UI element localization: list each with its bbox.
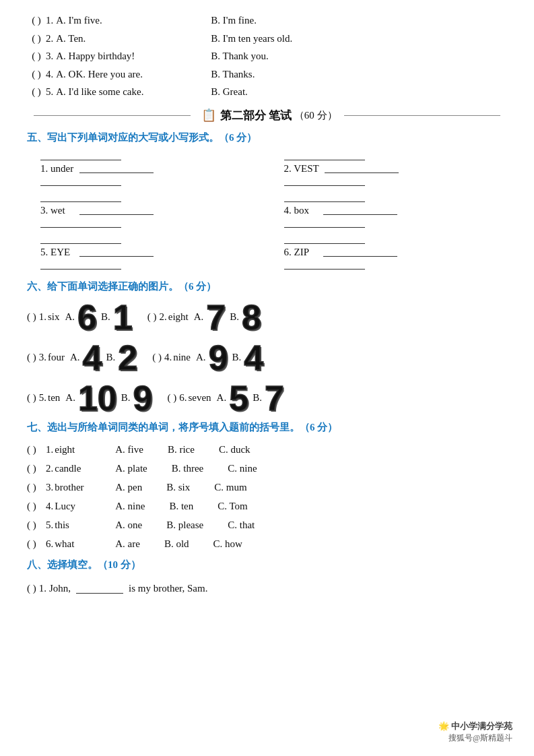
choices: A. plateB. threeC. nine	[115, 460, 269, 478]
section7-header: 七、选出与所给单词同类的单词，将序号填入题前的括号里。（6 分）	[27, 421, 507, 434]
word-type-row: ( ) 4. Lucy A. nineB. tenC. Tom	[27, 497, 507, 515]
divider-score: （60 分）	[294, 109, 337, 122]
wt-choice: B. ten	[169, 497, 193, 515]
word-label-row: 4. box	[284, 205, 508, 216]
big-num-b: 7	[265, 381, 284, 416]
word-case-item: 5. EYE	[40, 234, 264, 272]
num: 2.	[46, 460, 53, 478]
section5: 五、写出下列单词对应的大写或小写形式。（6 分） 1. under 2. VES…	[27, 131, 507, 276]
choices: A. nineB. tenC. Tom	[115, 497, 260, 515]
q-word: seven	[188, 392, 211, 404]
answer-b: B. I'm fine.	[211, 12, 257, 30]
answer-b: B. Great.	[211, 84, 248, 101]
word-label-row: 1. under	[40, 163, 264, 175]
underline-bot	[40, 218, 121, 228]
wt-choice: C. Tom	[218, 497, 248, 515]
paren: ( )	[27, 460, 46, 478]
q-word: ten	[48, 392, 60, 404]
underline-top	[40, 193, 121, 202]
word-case-item: 6. ZIP	[284, 234, 508, 272]
paren: ( )	[147, 311, 157, 323]
big-num-a: 5	[229, 381, 248, 416]
section6-header: 六、给下面单词选择正确的图片。（6 分）	[27, 280, 507, 293]
listen-row: ( ) 1. A. I'm five. B. I'm fine.	[27, 12, 507, 30]
word-label-row: 5. EYE	[40, 247, 264, 258]
paren: ( )	[27, 497, 46, 515]
section5-header: 五、写出下列单词对应的大写或小写形式。（6 分）	[27, 131, 507, 144]
word-type-row: ( ) 1. eight A. fiveB. riceC. duck	[27, 441, 507, 459]
case-lines	[284, 234, 508, 244]
big-num-b: 1	[113, 300, 133, 335]
divider-line-right	[344, 115, 501, 116]
underline-bot-wrap	[40, 218, 264, 230]
word-type-row: ( ) 5. this A. oneB. pleaseC. that	[27, 516, 507, 534]
word: this	[55, 516, 115, 534]
paren: ( )	[167, 392, 176, 404]
word-label-row: 3. wet	[40, 205, 264, 216]
pic-item: ( ) 5. ten A. 10 B. 9	[27, 381, 154, 416]
b-label: B.	[121, 392, 131, 404]
a-label: A.	[194, 311, 204, 323]
underline-bot-wrap	[284, 177, 508, 189]
section8: 八、选择填空。（10 分） ( ) 1. John, is my brother…	[27, 559, 507, 598]
num: 1.	[46, 441, 53, 459]
fill-row: ( ) 1. John, is my brother, Sam.	[27, 578, 507, 598]
word-case-item: 1. under	[40, 151, 264, 189]
paren: ( )	[27, 84, 46, 101]
underline-bot-wrap	[284, 218, 508, 230]
num: 5.	[46, 516, 53, 534]
q-word: eight	[168, 311, 189, 323]
listen-row: ( ) 5. A. I'd like some cake. B. Great.	[27, 84, 507, 101]
wt-choice: C. nine	[228, 460, 257, 478]
big-num-b: 9	[133, 381, 153, 416]
fill-blank[interactable]	[76, 583, 123, 594]
num: 3.	[46, 478, 53, 497]
answer-a: A. Ten.	[56, 30, 191, 48]
big-num-a: 4	[83, 340, 102, 375]
choices: A. oneB. pleaseC. that	[115, 516, 267, 534]
underline-bot	[284, 177, 365, 186]
underline-mid	[323, 247, 397, 257]
underline-mid	[79, 206, 154, 215]
answer-a: A. OK. Here you are.	[56, 66, 191, 84]
fill-text-before: John,	[49, 578, 71, 598]
underline-mid	[325, 164, 399, 173]
q-num: 1.	[39, 311, 46, 323]
a-label: A.	[65, 311, 75, 323]
paren: ( )	[27, 516, 46, 534]
listen-row: ( ) 3. A. Happy birthday! B. Thank you.	[27, 48, 507, 65]
wt-choice: C. mum	[214, 478, 246, 497]
divider-icon: 📋	[201, 108, 216, 123]
wt-choice: B. six	[166, 478, 190, 497]
answer-a: A. I'd like some cake.	[56, 84, 191, 101]
num-label: 2.	[46, 30, 53, 48]
num-label: 3.	[46, 48, 53, 65]
paren: ( )	[27, 392, 36, 404]
q-num: 2.	[159, 311, 166, 323]
answer-b: B. I'm ten years old.	[211, 30, 292, 48]
big-num-a: 7	[206, 300, 226, 335]
answer-a: A. I'm five.	[56, 12, 191, 30]
paren: ( )	[27, 12, 46, 30]
num-label: 5.	[46, 84, 53, 101]
q-word: six	[48, 311, 60, 323]
case-lines	[284, 151, 508, 160]
a-label: A.	[65, 392, 75, 404]
paren: ( )	[27, 352, 36, 363]
underline-top	[40, 234, 121, 244]
word: Lucy	[55, 497, 115, 515]
underline-bot-wrap	[40, 260, 264, 272]
underline-mid	[79, 247, 154, 257]
word-case-item: 4. box	[284, 193, 508, 230]
b-label: B.	[253, 392, 262, 404]
big-num-b: 4	[244, 340, 263, 375]
underline-top	[284, 234, 365, 244]
underline-bot	[284, 218, 365, 228]
underline-mid	[323, 206, 397, 215]
listen-row: ( ) 4. A. OK. Here you are. B. Thanks.	[27, 66, 507, 84]
word-label: 1. under	[40, 163, 74, 175]
pic-item: ( ) 3. four A. 4 B. 2	[27, 340, 139, 375]
wt-choice: B. three	[172, 460, 203, 478]
paren: ( )	[27, 441, 46, 459]
choices: A. areB. oldC. how	[115, 535, 255, 553]
